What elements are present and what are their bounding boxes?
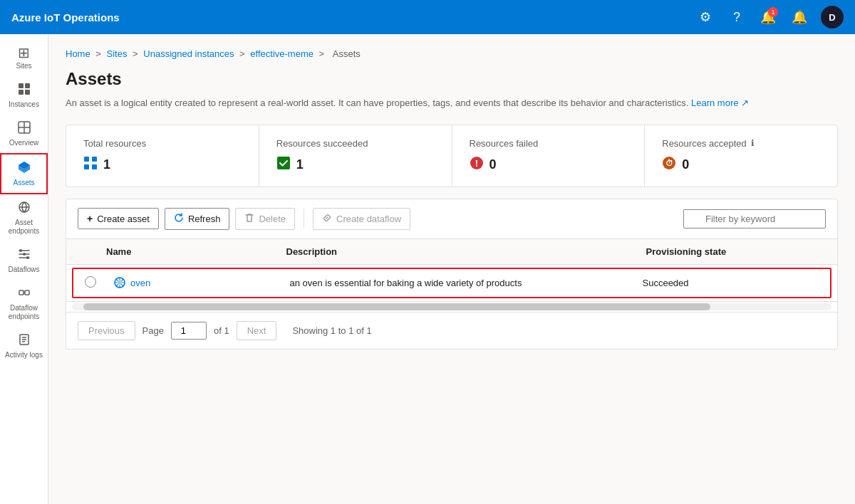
sidebar-item-assets[interactable]: Assets	[0, 153, 48, 194]
scrollbar-thumb	[83, 303, 710, 310]
svg-rect-21	[84, 164, 89, 169]
stat-accepted-info-icon[interactable]: ℹ	[751, 138, 755, 148]
stat-succeeded-value: 1	[276, 156, 435, 174]
sidebar-label-overview: Overview	[9, 139, 39, 147]
page-title: Assets	[66, 69, 838, 89]
breadcrumb-home[interactable]: Home	[66, 48, 90, 59]
notification-badge: 1	[768, 7, 778, 17]
create-dataflow-button[interactable]: Create dataflow	[313, 208, 410, 230]
sites-icon: ⊞	[18, 46, 30, 60]
scrollbar-row	[66, 301, 837, 312]
main-layout: ⊞ Sites Instances Overview Assets Asse	[0, 34, 855, 504]
user-avatar[interactable]: D	[821, 6, 844, 28]
stat-failed-value: ! 0	[470, 156, 628, 174]
sidebar-label-sites: Sites	[16, 62, 31, 70]
table-section: + Create asset Refresh Delete	[66, 199, 838, 350]
svg-rect-2	[19, 90, 24, 95]
row-radio[interactable]	[85, 276, 96, 288]
svg-rect-12	[19, 290, 24, 295]
breadcrumb: Home > Sites > Unassigned instances > ef…	[66, 48, 838, 59]
svg-text:!: !	[475, 158, 477, 169]
main-content: Home > Sites > Unassigned instances > ef…	[48, 34, 855, 504]
toolbar-divider	[304, 209, 304, 229]
breadcrumb-sites[interactable]: Sites	[107, 48, 128, 59]
help-icon[interactable]: ?	[727, 7, 747, 27]
sidebar-label-activity-logs: Activity logs	[5, 351, 43, 359]
sidebar-label-dataflow-endpoints: Dataflow endpoints	[3, 304, 45, 321]
stat-accepted-icon: ⏱	[662, 156, 676, 174]
asset-endpoints-icon	[17, 200, 31, 216]
row-select-cell[interactable]	[85, 276, 113, 290]
sidebar-item-dataflows[interactable]: Dataflows	[0, 241, 48, 280]
overview-icon	[17, 120, 31, 137]
notifications-icon[interactable]: 🔔 1	[758, 7, 778, 27]
breadcrumb-unassigned-instances[interactable]: Unassigned instances	[143, 48, 234, 59]
svg-point-9	[19, 249, 22, 252]
stat-total-value: 1	[83, 156, 242, 174]
row-name-cell[interactable]: oven	[113, 276, 290, 289]
table-row[interactable]: oven an oven is essential for baking a w…	[72, 268, 831, 298]
svg-point-29	[118, 280, 122, 285]
sidebar-item-overview[interactable]: Overview	[0, 115, 48, 153]
svg-rect-22	[92, 164, 97, 169]
sidebar: ⊞ Sites Instances Overview Assets Asse	[0, 34, 48, 504]
page-description: An asset is a logical entity created to …	[66, 96, 838, 110]
svg-point-10	[23, 253, 26, 256]
svg-text:⏱: ⏱	[665, 159, 673, 167]
page-label: Page	[142, 325, 164, 336]
row-provisioning-cell: Succeeded	[643, 278, 819, 288]
refresh-button[interactable]: Refresh	[165, 208, 230, 230]
svg-rect-13	[25, 290, 29, 295]
filter-input[interactable]	[683, 209, 826, 229]
sidebar-label-dataflows: Dataflows	[9, 266, 40, 274]
stat-succeeded-label: Resources succeeded	[276, 138, 435, 149]
activity-logs-icon	[17, 332, 31, 349]
breadcrumb-effective-meme[interactable]: effective-meme	[250, 48, 314, 59]
topnav-icons: ⚙ ? 🔔 1 🔔 D	[695, 6, 844, 28]
stat-accepted-label: Resources accepted ℹ	[662, 138, 820, 149]
page-input[interactable]	[171, 322, 207, 340]
stat-failed-icon: !	[470, 156, 484, 174]
previous-button[interactable]: Previous	[78, 321, 135, 340]
sidebar-label-asset-endpoints: Asset endpoints	[3, 219, 45, 236]
stat-succeeded-icon	[276, 156, 291, 174]
delete-icon	[244, 213, 254, 225]
refresh-icon	[174, 213, 184, 225]
top-navigation: Azure IoT Operations ⚙ ? 🔔 1 🔔 D	[0, 0, 855, 34]
sidebar-label-assets: Assets	[13, 179, 34, 187]
svg-rect-20	[92, 157, 97, 162]
svg-rect-19	[84, 157, 89, 162]
learn-more-link[interactable]: Learn more ↗	[691, 98, 749, 108]
stat-total-resources: Total resources 1	[66, 125, 259, 187]
of-label: of 1	[214, 325, 229, 336]
dataflow-endpoints-icon	[17, 285, 31, 302]
create-asset-button[interactable]: + Create asset	[78, 208, 159, 229]
stat-failed-label: Resources failed	[470, 138, 628, 149]
sidebar-item-asset-endpoints[interactable]: Asset endpoints	[0, 194, 48, 241]
svg-rect-3	[25, 90, 30, 95]
stats-row: Total resources 1 Resources succeeded 1	[66, 125, 838, 187]
instances-icon	[17, 82, 31, 98]
assets-icon	[17, 160, 31, 177]
stat-total-icon	[83, 156, 98, 174]
row-name: oven	[130, 278, 150, 288]
sidebar-item-instances[interactable]: Instances	[0, 76, 48, 115]
next-button[interactable]: Next	[237, 321, 277, 340]
sidebar-item-dataflow-endpoints[interactable]: Dataflow endpoints	[0, 280, 48, 327]
sidebar-item-activity-logs[interactable]: Activity logs	[0, 327, 48, 365]
asset-row-icon	[113, 276, 126, 289]
plus-icon: +	[87, 213, 93, 224]
col-header-description: Description	[286, 246, 646, 257]
alerts-icon[interactable]: 🔔	[789, 7, 809, 27]
sidebar-item-sites[interactable]: ⊞ Sites	[0, 40, 48, 76]
row-description-cell: an oven is essential for baking a wide v…	[290, 278, 643, 288]
svg-rect-0	[19, 83, 24, 88]
settings-icon[interactable]: ⚙	[695, 7, 715, 27]
scrollbar-track[interactable]	[72, 303, 831, 310]
link-icon	[322, 213, 332, 225]
search-wrap: 🔍	[683, 209, 826, 229]
sidebar-label-instances: Instances	[9, 100, 39, 109]
delete-button[interactable]: Delete	[235, 208, 295, 230]
pagination-info: Showing 1 to 1 of 1	[292, 325, 371, 336]
col-header-name: Name	[106, 246, 286, 257]
